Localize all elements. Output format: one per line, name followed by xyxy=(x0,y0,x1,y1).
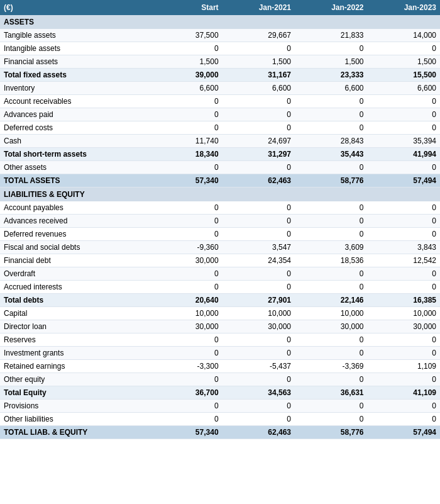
table-row: Financial debt30,00024,35418,53612,542 xyxy=(0,254,440,267)
row-value: -3,300 xyxy=(167,360,223,373)
table-row: Director loan30,00030,00030,00030,000 xyxy=(0,320,440,333)
row-value: 39,000 xyxy=(167,69,223,82)
row-label: Other assets xyxy=(0,161,167,174)
row-value: 0 xyxy=(223,413,295,426)
row-label: Capital xyxy=(0,307,167,320)
table-row: Reserves0000 xyxy=(0,333,440,347)
subtotal-row: Total short-term assets18,34031,29735,44… xyxy=(0,148,440,161)
row-value: 0 xyxy=(223,42,295,55)
row-value: 0 xyxy=(167,215,223,228)
subtotal-row: Total fixed assets39,00031,16723,33315,5… xyxy=(0,69,440,82)
row-value: 0 xyxy=(167,413,223,426)
row-label: Cash xyxy=(0,135,167,148)
header-label: (€) xyxy=(0,0,167,15)
row-label: Overdraft xyxy=(0,267,167,281)
row-value: 0 xyxy=(368,108,441,121)
row-value: 57,340 xyxy=(167,174,223,188)
row-label: Other liabilities xyxy=(0,413,167,426)
section-header-row: LIABILITIES & EQUITY xyxy=(0,188,440,202)
row-value: 57,494 xyxy=(368,174,441,188)
row-label: Financial debt xyxy=(0,254,167,267)
table-row: Account payables0000 xyxy=(0,201,440,215)
row-label: Director loan xyxy=(0,320,167,333)
row-label: Deferred revenues xyxy=(0,228,167,241)
table-row: Overdraft0000 xyxy=(0,267,440,281)
row-value: 62,463 xyxy=(223,174,295,188)
section-header-row: ASSETS xyxy=(0,15,440,29)
row-value: 0 xyxy=(167,333,223,347)
table-header-row: (€) Start Jan-2021 Jan-2022 Jan-2023 xyxy=(0,0,440,15)
table-row: Other assets0000 xyxy=(0,161,440,174)
table-row: Account receivables0000 xyxy=(0,95,440,108)
row-value: 18,536 xyxy=(295,254,367,267)
row-label: Other equity xyxy=(0,373,167,386)
row-value: 28,843 xyxy=(295,135,367,148)
row-value: 30,000 xyxy=(167,254,223,267)
row-value: 11,740 xyxy=(167,135,223,148)
row-value: 10,000 xyxy=(368,307,441,320)
row-value: 0 xyxy=(223,161,295,174)
row-value: 0 xyxy=(368,347,441,360)
row-value: 0 xyxy=(368,413,441,426)
row-label: Financial assets xyxy=(0,55,167,69)
row-value: 0 xyxy=(368,42,441,55)
row-value: 0 xyxy=(223,267,295,281)
row-value: 0 xyxy=(167,108,223,121)
row-value: 0 xyxy=(167,95,223,108)
row-value: 62,463 xyxy=(223,426,295,439)
row-value: 10,000 xyxy=(167,307,223,320)
row-value: 15,500 xyxy=(368,69,441,82)
balance-sheet-table: (€) Start Jan-2021 Jan-2022 Jan-2023 ASS… xyxy=(0,0,440,439)
table-row: Cash11,74024,69728,84335,394 xyxy=(0,135,440,148)
row-value: 23,333 xyxy=(295,69,367,82)
header-start: Start xyxy=(167,0,223,15)
row-label: Advances paid xyxy=(0,108,167,121)
row-value: 0 xyxy=(167,373,223,386)
row-label: Accrued interests xyxy=(0,281,167,294)
table-row: Deferred costs0000 xyxy=(0,121,440,135)
row-value: 0 xyxy=(368,400,441,413)
subtotal-row: Total debts20,64027,90122,14616,385 xyxy=(0,294,440,307)
row-value: 18,340 xyxy=(167,148,223,161)
table-row: Advances received0000 xyxy=(0,215,440,228)
row-value: 0 xyxy=(368,215,441,228)
grand-total-row: TOTAL LIAB. & EQUITY57,34062,46358,77657… xyxy=(0,426,440,439)
row-value: 0 xyxy=(223,121,295,135)
table-row: Intangible assets0000 xyxy=(0,42,440,55)
row-value: 24,697 xyxy=(223,135,295,148)
row-value: 29,667 xyxy=(223,29,295,42)
section-title: ASSETS xyxy=(0,15,440,29)
row-value: 34,563 xyxy=(223,386,295,400)
row-value: 41,994 xyxy=(368,148,441,161)
row-value: 57,340 xyxy=(167,426,223,439)
row-value: 0 xyxy=(223,373,295,386)
row-label: Total short-term assets xyxy=(0,148,167,161)
row-value: 0 xyxy=(295,161,367,174)
row-value: 30,000 xyxy=(368,320,441,333)
row-value: 16,385 xyxy=(368,294,441,307)
row-label: Investment grants xyxy=(0,347,167,360)
row-value: 0 xyxy=(295,228,367,241)
row-label: Account payables xyxy=(0,201,167,215)
row-value: 0 xyxy=(167,400,223,413)
row-value: 0 xyxy=(167,201,223,215)
row-value: 58,776 xyxy=(295,426,367,439)
row-value: 0 xyxy=(223,400,295,413)
row-value: 24,354 xyxy=(223,254,295,267)
row-value: 0 xyxy=(368,333,441,347)
table-row: Capital10,00010,00010,00010,000 xyxy=(0,307,440,320)
row-value: 0 xyxy=(167,161,223,174)
table-row: Tangible assets37,50029,66721,83314,000 xyxy=(0,29,440,42)
row-value: 0 xyxy=(295,42,367,55)
row-value: 22,146 xyxy=(295,294,367,307)
row-label: Total debts xyxy=(0,294,167,307)
row-value: 37,500 xyxy=(167,29,223,42)
table-row: Other liabilities0000 xyxy=(0,413,440,426)
row-value: 36,631 xyxy=(295,386,367,400)
row-value: 20,640 xyxy=(167,294,223,307)
row-value: 0 xyxy=(368,373,441,386)
row-value: 3,547 xyxy=(223,241,295,254)
row-value: 0 xyxy=(368,95,441,108)
row-value: 1,500 xyxy=(295,55,367,69)
section-title: LIABILITIES & EQUITY xyxy=(0,188,440,202)
